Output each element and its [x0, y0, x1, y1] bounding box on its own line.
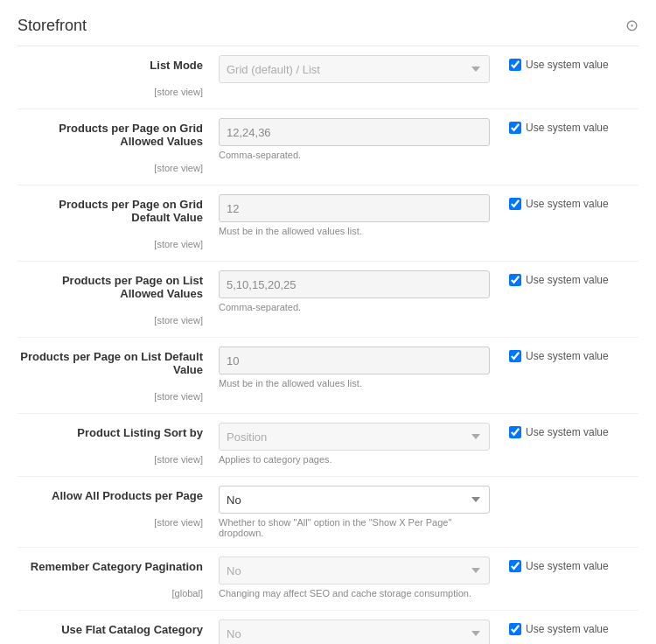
label-cell-list_mode: List Mode[store view]: [17, 46, 219, 109]
system-value-label-products_per_page_grid_allowed[interactable]: Use system value: [509, 122, 639, 134]
system-value-checkbox-products_per_page_grid_default[interactable]: [509, 198, 521, 210]
system-value-text-products_per_page_list_default: Use system value: [526, 350, 609, 362]
system-value-label-list_mode[interactable]: Use system value: [509, 59, 639, 71]
hint-products_per_page_grid_allowed: Comma-separated.: [219, 150, 499, 160]
system-value-text-products_per_page_grid_allowed: Use system value: [526, 122, 609, 134]
field-label-products_per_page_grid_allowed: Products per Page on Grid Allowed Values: [17, 122, 203, 148]
input-products_per_page_grid_default: [219, 194, 490, 222]
system-value-cell-products_per_page_grid_allowed: Use system value: [499, 109, 639, 186]
settings-row-product_listing_sort_by: Product Listing Sort by[store view]Posit…: [17, 414, 639, 477]
settings-row-list_mode: List Mode[store view]Grid (default) / Li…: [17, 46, 639, 109]
hint-products_per_page_grid_default: Must be in the allowed values list.: [219, 226, 499, 236]
system-value-checkbox-use_flat_catalog_category[interactable]: [509, 623, 521, 635]
input-products_per_page_list_default: [219, 346, 490, 374]
system-value-label-product_listing_sort_by[interactable]: Use system value: [509, 426, 639, 438]
system-value-cell-list_mode: Use system value: [499, 46, 639, 109]
system-value-checkbox-products_per_page_list_default[interactable]: [509, 350, 521, 362]
system-value-label-products_per_page_grid_default[interactable]: Use system value: [509, 198, 639, 210]
system-value-checkbox-list_mode[interactable]: [509, 59, 521, 71]
system-value-cell-allow_all_products_per_page: [499, 477, 639, 548]
settings-table: List Mode[store view]Grid (default) / Li…: [17, 46, 639, 644]
hint-allow_all_products_per_page: Whether to show "All" option in the "Sho…: [219, 517, 499, 538]
settings-row-remember_category_pagination: Remember Category Pagination[global]NoYe…: [17, 548, 639, 611]
field-label-allow_all_products_per_page: Allow All Products per Page: [17, 489, 203, 502]
select-remember_category_pagination[interactable]: NoYes: [219, 556, 490, 584]
select-list_mode[interactable]: Grid (default) / ListList onlyGrid only: [219, 55, 490, 83]
control-cell-remember_category_pagination: NoYesChanging may affect SEO and cache s…: [219, 548, 499, 611]
system-value-label-use_flat_catalog_category[interactable]: Use system value: [509, 623, 639, 635]
select-product_listing_sort_by[interactable]: PositionNamePrice: [219, 423, 490, 451]
page-title: Storefront: [17, 17, 87, 35]
label-cell-product_listing_sort_by: Product Listing Sort by[store view]: [17, 414, 219, 477]
field-scope-list_mode: [store view]: [154, 87, 203, 97]
control-cell-products_per_page_grid_default: Must be in the allowed values list.: [219, 186, 499, 262]
system-value-checkbox-products_per_page_grid_allowed[interactable]: [509, 122, 521, 134]
field-scope-product_listing_sort_by: [store view]: [154, 454, 203, 465]
system-value-text-use_flat_catalog_category: Use system value: [526, 623, 609, 635]
settings-row-products_per_page_grid_allowed: Products per Page on Grid Allowed Values…: [17, 109, 639, 186]
label-cell-products_per_page_list_default: Products per Page on List Default Value[…: [17, 338, 219, 414]
field-scope-allow_all_products_per_page: [store view]: [154, 517, 203, 528]
field-scope-remember_category_pagination: [global]: [172, 588, 203, 598]
field-label-remember_category_pagination: Remember Category Pagination: [17, 560, 203, 573]
system-value-checkbox-product_listing_sort_by[interactable]: [509, 426, 521, 438]
system-value-cell-products_per_page_grid_default: Use system value: [499, 186, 639, 262]
system-value-checkbox-remember_category_pagination[interactable]: [509, 560, 521, 572]
control-cell-products_per_page_grid_allowed: Comma-separated.: [219, 109, 499, 186]
input-products_per_page_list_allowed: [219, 270, 490, 298]
system-value-label-remember_category_pagination[interactable]: Use system value: [509, 560, 639, 572]
system-value-label-products_per_page_list_allowed[interactable]: Use system value: [509, 274, 639, 286]
system-value-text-products_per_page_grid_default: Use system value: [526, 198, 609, 210]
collapse-icon[interactable]: ⊙: [625, 16, 639, 35]
field-scope-products_per_page_grid_allowed: [store view]: [154, 163, 203, 173]
field-label-products_per_page_list_allowed: Products per Page on List Allowed Values: [17, 274, 203, 300]
system-value-text-product_listing_sort_by: Use system value: [526, 426, 609, 438]
field-label-product_listing_sort_by: Product Listing Sort by: [17, 426, 203, 439]
system-value-cell-products_per_page_list_allowed: Use system value: [499, 262, 639, 338]
hint-remember_category_pagination: Changing may affect SEO and cache storag…: [219, 588, 499, 598]
label-cell-products_per_page_list_allowed: Products per Page on List Allowed Values…: [17, 262, 219, 338]
settings-row-use_flat_catalog_category: Use Flat Catalog Category[global]NoYesUs…: [17, 611, 639, 645]
control-cell-list_mode: Grid (default) / ListList onlyGrid only: [219, 46, 499, 109]
control-cell-use_flat_catalog_category: NoYes: [219, 611, 499, 645]
settings-row-allow_all_products_per_page: Allow All Products per Page[store view]N…: [17, 477, 639, 548]
system-value-cell-remember_category_pagination: Use system value: [499, 548, 639, 611]
hint-products_per_page_list_default: Must be in the allowed values list.: [219, 378, 499, 388]
field-scope-products_per_page_list_allowed: [store view]: [154, 315, 203, 326]
field-scope-products_per_page_list_default: [store view]: [154, 391, 203, 402]
page-header: Storefront ⊙: [17, 9, 639, 46]
system-value-cell-product_listing_sort_by: Use system value: [499, 414, 639, 477]
label-cell-allow_all_products_per_page: Allow All Products per Page[store view]: [17, 477, 219, 548]
settings-row-products_per_page_list_allowed: Products per Page on List Allowed Values…: [17, 262, 639, 338]
label-cell-products_per_page_grid_default: Products per Page on Grid Default Value[…: [17, 186, 219, 262]
system-value-label-products_per_page_list_default[interactable]: Use system value: [509, 350, 639, 362]
field-scope-products_per_page_grid_default: [store view]: [154, 239, 203, 249]
system-value-text-products_per_page_list_allowed: Use system value: [526, 274, 609, 286]
hint-products_per_page_list_allowed: Comma-separated.: [219, 302, 499, 312]
field-label-products_per_page_list_default: Products per Page on List Default Value: [17, 350, 203, 376]
settings-row-products_per_page_list_default: Products per Page on List Default Value[…: [17, 338, 639, 414]
field-label-products_per_page_grid_default: Products per Page on Grid Default Value: [17, 198, 203, 224]
field-label-list_mode: List Mode: [17, 59, 203, 72]
system-value-cell-use_flat_catalog_category: Use system value: [499, 611, 639, 645]
input-products_per_page_grid_allowed: [219, 118, 490, 146]
system-value-checkbox-products_per_page_list_allowed[interactable]: [509, 274, 521, 286]
control-cell-products_per_page_list_default: Must be in the allowed values list.: [219, 338, 499, 414]
system-value-cell-products_per_page_list_default: Use system value: [499, 338, 639, 414]
control-cell-allow_all_products_per_page: NoYesWhether to show "All" option in the…: [219, 477, 499, 548]
hint-product_listing_sort_by: Applies to category pages.: [219, 454, 499, 465]
label-cell-products_per_page_grid_allowed: Products per Page on Grid Allowed Values…: [17, 109, 219, 186]
system-value-text-list_mode: Use system value: [526, 59, 609, 71]
system-value-text-remember_category_pagination: Use system value: [526, 560, 609, 572]
control-cell-product_listing_sort_by: PositionNamePriceApplies to category pag…: [219, 414, 499, 477]
settings-row-products_per_page_grid_default: Products per Page on Grid Default Value[…: [17, 186, 639, 262]
select-allow_all_products_per_page[interactable]: NoYes: [219, 486, 490, 514]
page-container: Storefront ⊙ List Mode[store view]Grid (…: [0, 0, 656, 644]
label-cell-use_flat_catalog_category: Use Flat Catalog Category[global]: [17, 611, 219, 645]
control-cell-products_per_page_list_allowed: Comma-separated.: [219, 262, 499, 338]
select-use_flat_catalog_category[interactable]: NoYes: [219, 620, 490, 644]
field-label-use_flat_catalog_category: Use Flat Catalog Category: [17, 623, 203, 636]
label-cell-remember_category_pagination: Remember Category Pagination[global]: [17, 548, 219, 611]
